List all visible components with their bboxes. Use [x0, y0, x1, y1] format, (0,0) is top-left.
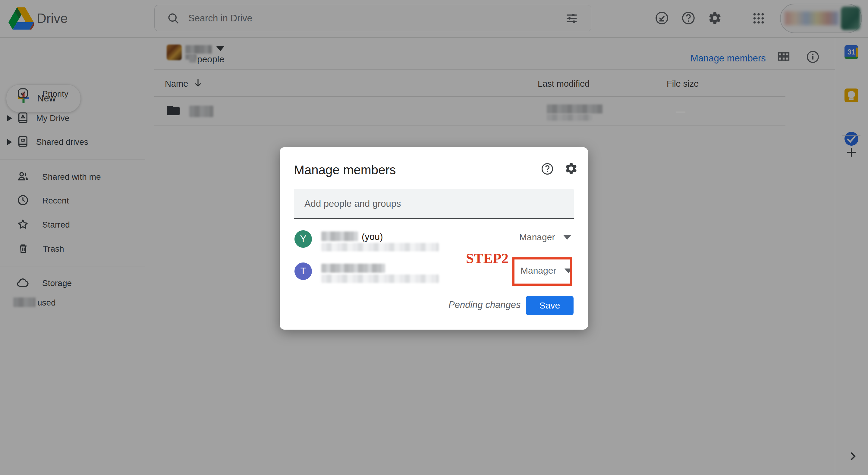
member-email-redacted — [321, 274, 439, 283]
dropdown-caret-icon — [563, 235, 571, 240]
member-name-redacted — [321, 232, 358, 241]
avatar-letter: Y — [300, 234, 307, 244]
dialog-settings-gear-icon[interactable] — [564, 162, 578, 177]
member-row: Y (you) Manager — [280, 226, 588, 258]
member-avatar: T — [294, 263, 312, 280]
step2-highlight-box — [513, 258, 572, 286]
dialog-title: Manage members — [294, 163, 396, 177]
pending-changes-text: Pending changes — [448, 300, 521, 310]
manage-members-dialog: Manage members Y (you) Manager — [280, 147, 588, 330]
member-name-redacted — [321, 264, 385, 273]
step2-annotation: STEP2 — [466, 250, 508, 266]
member-you-label: (you) — [362, 232, 383, 242]
avatar-letter: T — [301, 266, 306, 277]
add-people-input[interactable] — [294, 189, 574, 219]
member-avatar: Y — [294, 230, 312, 248]
member-email-redacted — [321, 243, 439, 251]
role-value: Manager — [519, 232, 555, 242]
role-dropdown[interactable]: Manager — [519, 232, 571, 242]
google-drive-app: Drive Search in Drive — [0, 0, 868, 475]
dialog-help-icon[interactable] — [541, 162, 554, 177]
save-button[interactable]: Save — [526, 296, 574, 315]
